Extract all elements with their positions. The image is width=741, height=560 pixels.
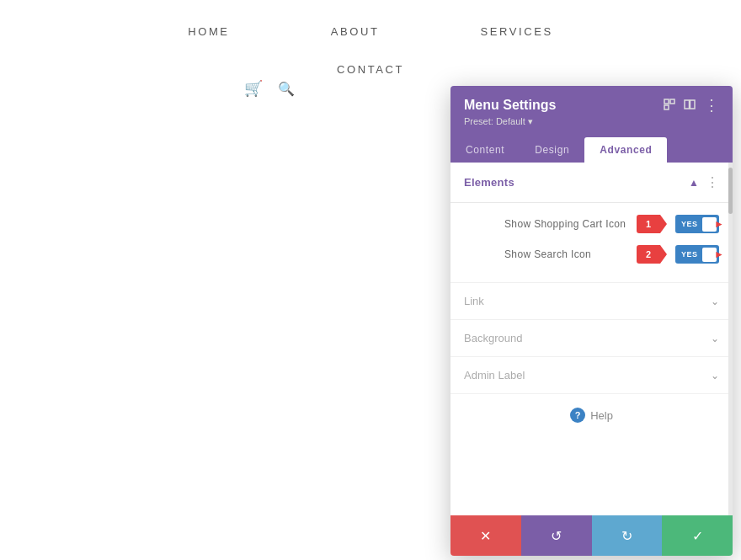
- panel-body: Elements ▲ ⋮ Show Shopping Cart Icon 1 ►…: [450, 163, 733, 515]
- svg-rect-1: [670, 99, 674, 104]
- cancel-button[interactable]: ✕: [450, 515, 521, 556]
- background-title: Background: [464, 332, 522, 344]
- reset-icon: ↺: [551, 528, 562, 544]
- elements-chevron-up-icon[interactable]: ▲: [689, 177, 699, 189]
- help-icon: ?: [570, 408, 585, 423]
- step-badge-2: 2: [637, 245, 660, 264]
- background-chevron-icon[interactable]: ⌄: [711, 333, 719, 344]
- preset-label[interactable]: Preset: Default ▾: [464, 116, 719, 127]
- search-toggle-row: Show Search Icon 2 ► YES: [464, 245, 719, 264]
- cart-toggle-label: Show Shopping Cart Icon: [504, 218, 626, 230]
- cart-icon[interactable]: 🛒: [244, 79, 263, 98]
- more-icon[interactable]: ⋮: [704, 100, 719, 111]
- cart-toggle[interactable]: YES: [675, 215, 719, 233]
- elements-menu-icon[interactable]: ⋮: [706, 174, 719, 190]
- svg-rect-3: [685, 100, 690, 109]
- panel-header: Menu Settings ⋮ Preset:: [450, 86, 733, 137]
- step-arrow-1: ►: [714, 218, 724, 230]
- step-arrow-2: ►: [714, 248, 724, 260]
- search-icon[interactable]: 🔍: [278, 81, 295, 97]
- cart-toggle-row: Show Shopping Cart Icon 1 ► YES: [464, 215, 719, 233]
- nav-about[interactable]: ABOUT: [331, 25, 380, 38]
- svg-rect-4: [690, 100, 696, 109]
- link-title: Link: [464, 295, 484, 307]
- tab-content[interactable]: Content: [450, 137, 520, 163]
- elements-section-content: Show Shopping Cart Icon 1 ► YES Show Sea…: [450, 203, 733, 283]
- toggle-yes-label: YES: [678, 220, 701, 228]
- help-label: Help: [590, 409, 613, 422]
- admin-label-chevron-icon[interactable]: ⌄: [711, 370, 719, 381]
- elements-title: Elements: [464, 176, 514, 189]
- reset-button[interactable]: ↺: [521, 515, 592, 556]
- help-section: ? Help: [450, 394, 733, 436]
- svg-rect-2: [664, 105, 669, 109]
- admin-label-section-header[interactable]: Admin Label ⌄: [450, 357, 733, 394]
- panel-toolbar: ✕ ↺ ↻ ✓: [450, 515, 733, 556]
- tab-advanced[interactable]: Advanced: [584, 137, 667, 163]
- nav-area: HOME ABOUT SERVICES CONTACT 🛒 🔍: [0, 0, 741, 98]
- toggle-yes-label-2: YES: [678, 250, 701, 259]
- save-button[interactable]: ✓: [662, 515, 733, 556]
- panel-title: Menu Settings: [464, 98, 556, 113]
- search-toggle[interactable]: YES: [675, 245, 719, 264]
- svg-rect-0: [664, 99, 669, 104]
- panel-tabs: Content Design Advanced: [450, 137, 733, 163]
- admin-label-title: Admin Label: [464, 369, 525, 381]
- save-icon: ✓: [692, 528, 703, 544]
- fullscreen-icon[interactable]: [664, 99, 675, 112]
- scrollbar[interactable]: [728, 163, 733, 515]
- redo-button[interactable]: ↻: [592, 515, 663, 556]
- redo-icon: ↻: [621, 528, 632, 544]
- nav-home[interactable]: HOME: [188, 25, 229, 38]
- split-icon[interactable]: [684, 99, 696, 112]
- link-section-header[interactable]: Link ⌄: [450, 283, 733, 320]
- link-chevron-icon[interactable]: ⌄: [711, 296, 719, 307]
- search-toggle-label: Show Search Icon: [504, 248, 591, 260]
- nav-contact[interactable]: CONTACT: [337, 63, 404, 76]
- nav-row-1: HOME ABOUT SERVICES: [188, 25, 553, 38]
- step-badge-1: 1: [637, 215, 660, 233]
- nav-icons: 🛒 🔍: [244, 79, 295, 98]
- elements-section-header: Elements ▲ ⋮: [450, 163, 733, 203]
- cancel-icon: ✕: [480, 528, 491, 544]
- menu-settings-panel: Menu Settings ⋮ Preset:: [450, 86, 733, 556]
- tab-design[interactable]: Design: [520, 137, 584, 163]
- background-section-header[interactable]: Background ⌄: [450, 320, 733, 357]
- help-button[interactable]: ? Help: [570, 408, 613, 423]
- nav-services[interactable]: SERVICES: [480, 25, 552, 38]
- nav-row-2: CONTACT: [337, 63, 404, 76]
